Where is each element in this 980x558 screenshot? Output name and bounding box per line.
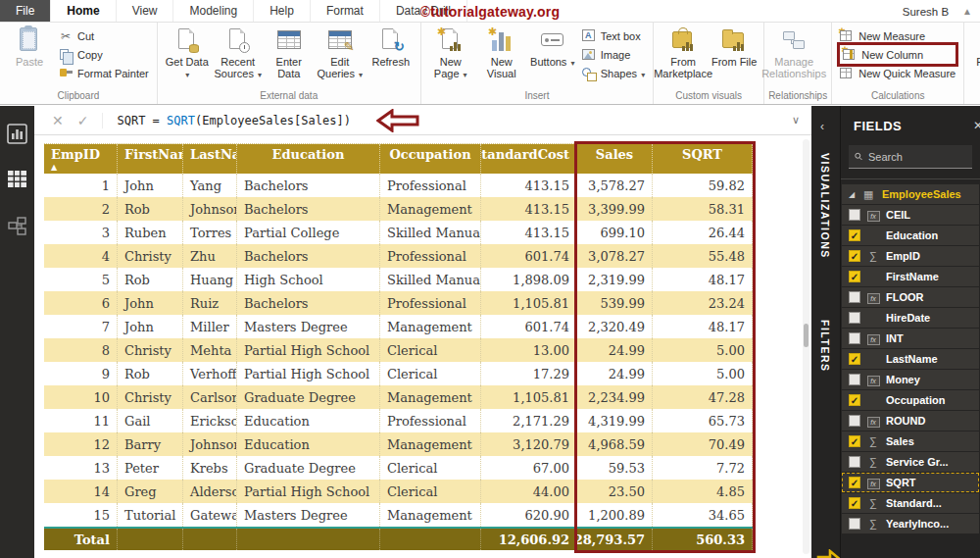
refresh-button[interactable]: ↻Refresh <box>367 25 416 68</box>
column-header[interactable]: SQRT <box>653 144 753 174</box>
column-header[interactable]: Education <box>237 144 380 174</box>
visualizations-pane-tab[interactable]: VISUALIZATIONS <box>819 153 831 259</box>
field-item-lastname[interactable]: ✓LastName <box>842 349 979 369</box>
formula-bar[interactable]: ✕ ✓ SQRT = SQRT(EmployeeSales[Sales]) ∨ <box>34 106 811 135</box>
field-item-sales[interactable]: ✓∑Sales <box>842 431 979 451</box>
get-data-button[interactable]: Get Data ▾ <box>163 25 212 80</box>
view-switcher-sidebar <box>0 106 34 558</box>
field-checkbox[interactable] <box>849 332 860 344</box>
table-cell: Alderson <box>183 480 237 503</box>
chevron-down-icon[interactable]: ∨ <box>792 114 800 127</box>
from-file-icon <box>721 27 747 53</box>
table-cell: 2,319.99 <box>577 268 653 291</box>
from-file-button[interactable]: From File <box>710 25 759 68</box>
field-checkbox[interactable]: ✓ <box>849 353 860 365</box>
table-cell: Education <box>237 409 380 432</box>
tab-view[interactable]: View <box>117 0 174 22</box>
tab-home[interactable]: Home <box>51 0 116 22</box>
field-checkbox[interactable] <box>849 518 860 530</box>
field-item-round[interactable]: fxROUND <box>842 411 979 431</box>
field-item-occupation[interactable]: ✓Occupation <box>842 390 979 410</box>
field-checkbox[interactable]: ✓ <box>849 435 860 447</box>
field-item-money[interactable]: fxMoney <box>842 370 979 389</box>
field-checkbox[interactable] <box>849 209 860 221</box>
tab-data-drill[interactable]: Data / Drill <box>380 0 467 22</box>
format-painter-button[interactable]: Format Painter <box>56 64 152 82</box>
field-checkbox[interactable]: ✓ <box>849 250 860 262</box>
vertical-scrollbar[interactable] <box>803 139 809 554</box>
edit-queries-button[interactable]: ✎Edit Queries ▾ <box>316 25 365 80</box>
filters-pane-tab[interactable]: FILTERS <box>819 320 831 372</box>
field-checkbox[interactable] <box>849 456 860 468</box>
field-checkbox[interactable] <box>849 415 860 427</box>
chevron-up-icon[interactable]: ▲ <box>962 6 972 17</box>
new-quick-measure-button[interactable]: New Quick Measure <box>837 64 958 82</box>
scrollbar-thumb[interactable] <box>804 324 808 347</box>
buttons-button[interactable]: Buttons ▾ <box>528 25 577 69</box>
field-item-sqrt[interactable]: ✓fxSQRT <box>842 473 979 492</box>
chevron-left-icon[interactable]: ‹ <box>820 120 824 133</box>
check-icon[interactable]: ✓ <box>74 113 104 128</box>
recent-sources-button[interactable]: Recent Sources ▾ <box>214 25 263 80</box>
expand-triangle-icon[interactable]: ◢ <box>849 190 858 199</box>
field-item-ceil[interactable]: fxCEIL <box>842 205 979 225</box>
image-button[interactable]: Image <box>579 45 648 64</box>
table-cell: Partial College <box>237 221 380 244</box>
paste-button[interactable]: Paste <box>5 25 54 68</box>
x-icon[interactable]: ✕ <box>34 113 74 128</box>
new-page-button[interactable]: ✱New Page ▾ <box>426 25 475 80</box>
field-item-service-gr-[interactable]: ∑Service Gr... <box>842 452 979 472</box>
column-header[interactable]: Sales <box>577 144 653 174</box>
field-item-floor[interactable]: fxFLOOR <box>842 287 979 307</box>
field-checkbox[interactable] <box>849 374 860 385</box>
field-checkbox[interactable]: ✓ <box>849 229 860 241</box>
field-checkbox[interactable]: ✓ <box>849 497 860 509</box>
field-item-int[interactable]: fxINT <box>842 329 979 348</box>
ribbon-group-label: Share <box>964 89 980 104</box>
fields-search-box[interactable] <box>849 145 972 169</box>
table-cell: Bachelors <box>237 174 380 197</box>
manage-relationships-button[interactable]: Manage Relationships <box>769 25 818 80</box>
new-visual-button[interactable]: ✱New Visual <box>477 25 526 80</box>
copy-button[interactable]: Copy <box>56 45 152 64</box>
shapes-button[interactable]: Shapes ▾ <box>579 64 648 82</box>
from-marketplace-button[interactable]: From Marketplace <box>659 25 708 80</box>
data-view-icon[interactable] <box>7 169 27 189</box>
field-checkbox[interactable]: ✓ <box>849 271 860 282</box>
table-row: 13PeterKrebsGraduate DegreeClerical67.00… <box>44 456 753 480</box>
cut-button[interactable]: ✂Cut <box>56 26 152 45</box>
report-view-icon[interactable] <box>7 124 27 144</box>
column-header[interactable]: StandardCost <box>481 144 577 174</box>
table-cell: 699.10 <box>577 221 653 244</box>
field-item-standard-[interactable]: ✓∑Standard... <box>842 493 979 513</box>
field-item-empid[interactable]: ✓∑EmpID <box>842 246 979 266</box>
close-icon[interactable]: ✕ <box>973 119 980 132</box>
column-header[interactable]: EmpID▲ <box>44 144 118 174</box>
field-checkbox[interactable]: ✓ <box>849 394 860 406</box>
field-item-education[interactable]: ✓Education <box>842 226 979 245</box>
formula-text[interactable]: SQRT = SQRT(EmployeeSales[Sales]) <box>117 114 350 127</box>
field-checkbox[interactable] <box>849 291 860 303</box>
publish-button[interactable]: ↑Publish <box>969 25 980 68</box>
table-cell: 7 <box>44 315 118 338</box>
column-header[interactable]: LastName <box>183 144 237 174</box>
field-item-firstname[interactable]: ✓FirstName <box>842 267 979 286</box>
table-cell: 1,200.89 <box>577 503 653 527</box>
field-table-employeesales[interactable]: ◢▦EmployeeSales <box>842 184 979 204</box>
column-header[interactable]: Occupation <box>380 144 481 174</box>
table-cell <box>118 529 183 550</box>
model-view-icon[interactable] <box>7 216 27 236</box>
tab-help[interactable]: Help <box>254 0 311 22</box>
field-item-hiredate[interactable]: HireDate <box>842 308 979 328</box>
sigma-icon: ∑ <box>865 250 881 262</box>
field-checkbox[interactable] <box>849 312 860 324</box>
field-item-yearlyinco-[interactable]: ∑YearlyInco... <box>842 514 979 533</box>
field-checkbox[interactable]: ✓ <box>849 477 860 488</box>
column-header[interactable]: FirstName <box>118 144 183 174</box>
search-input[interactable] <box>868 151 966 163</box>
tab-modeling[interactable]: Modeling <box>173 0 254 22</box>
tab-file[interactable]: File <box>0 0 51 22</box>
tab-format[interactable]: Format <box>311 0 380 22</box>
enter-data-button[interactable]: Enter Data <box>265 25 314 80</box>
text-box-button[interactable]: AText box <box>579 26 648 45</box>
